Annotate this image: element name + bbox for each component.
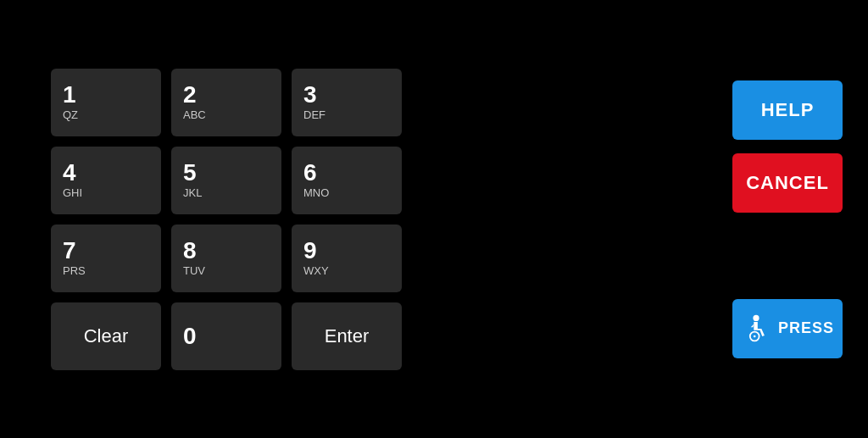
svg-point-2 (754, 335, 756, 337)
side-buttons-section: HELP CANCEL PRESS (732, 80, 843, 358)
key-9[interactable]: 9 WXY (292, 225, 402, 292)
keypad-row-2: 4 GHI 5 JKL 6 MNO (51, 147, 402, 214)
keypad-section: 1 QZ 2 ABC 3 DEF 4 GHI 5 JKL 6 MNO 7 PRS (51, 69, 402, 370)
keypad-row-1: 1 QZ 2 ABC 3 DEF (51, 69, 402, 136)
press-button[interactable]: PRESS (732, 299, 843, 358)
key-4[interactable]: 4 GHI (51, 147, 161, 214)
wheelchair-icon (741, 313, 771, 344)
keypad-row-3: 7 PRS 8 TUV 9 WXY (51, 225, 402, 292)
cancel-button[interactable]: CANCEL (732, 153, 843, 213)
key-0[interactable]: 0 (171, 302, 281, 370)
help-button[interactable]: HELP (732, 80, 843, 140)
key-2[interactable]: 2 ABC (171, 69, 281, 136)
svg-point-0 (753, 314, 759, 320)
key-1[interactable]: 1 QZ (51, 69, 161, 136)
key-5[interactable]: 5 JKL (171, 147, 281, 214)
key-8[interactable]: 8 TUV (171, 225, 281, 292)
key-6[interactable]: 6 MNO (292, 147, 402, 214)
clear-button[interactable]: Clear (51, 302, 161, 370)
keypad-row-bottom: Clear 0 Enter (51, 302, 402, 370)
press-label: PRESS (778, 319, 834, 337)
key-3[interactable]: 3 DEF (292, 69, 402, 136)
key-7[interactable]: 7 PRS (51, 225, 161, 292)
enter-button[interactable]: Enter (292, 302, 402, 370)
